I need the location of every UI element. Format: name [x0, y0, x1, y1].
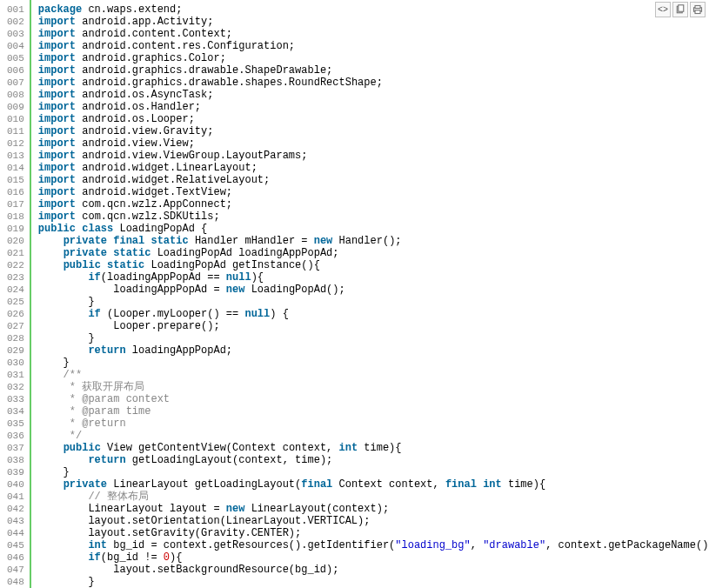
code-line: return loadingAppPopAd; — [38, 344, 709, 357]
line-number: 025 — [7, 296, 24, 308]
line-number-gutter: 0010020030040050060070080090100110120130… — [0, 0, 31, 588]
code-icon: <> — [658, 5, 668, 15]
line-number: 005 — [7, 52, 24, 64]
code-line: if(loadingAppPopAd == null){ — [38, 271, 709, 284]
line-number: 037 — [7, 442, 24, 454]
line-number: 038 — [7, 454, 24, 466]
code-line: } — [38, 576, 709, 588]
line-number: 045 — [7, 539, 24, 551]
code-line: } — [38, 357, 709, 369]
code-line: layout.setGravity(Gravity.CENTER); — [38, 527, 709, 539]
code-line: if(bg_id != 0){ — [38, 551, 709, 564]
code-line: import android.view.View; — [38, 137, 709, 150]
code-line: * @param context — [38, 393, 709, 405]
line-number: 007 — [7, 77, 24, 89]
line-number: 011 — [7, 125, 24, 137]
code-line: import android.widget.TextView; — [38, 186, 709, 198]
code-line: private final static Handler mHandler = … — [38, 235, 709, 247]
code-block: 0010020030040050060070080090100110120130… — [0, 0, 709, 588]
code-line: import android.graphics.drawable.ShapeDr… — [38, 64, 709, 77]
line-number: 016 — [7, 186, 24, 198]
code-line: import android.content.Context; — [38, 28, 709, 40]
line-number: 019 — [7, 223, 24, 235]
code-line: */ — [38, 430, 709, 442]
line-number: 040 — [7, 478, 24, 491]
code-line: import android.os.Looper; — [38, 113, 709, 125]
line-number: 041 — [7, 491, 24, 503]
line-number: 015 — [7, 174, 24, 186]
code-body[interactable]: package cn.waps.extend;import android.ap… — [31, 0, 709, 588]
code-line: import android.app.Activity; — [38, 16, 709, 28]
line-number: 028 — [7, 332, 24, 344]
line-number: 036 — [7, 430, 24, 442]
line-number: 029 — [7, 344, 24, 357]
line-number: 021 — [7, 247, 24, 259]
code-line: } — [38, 296, 709, 308]
line-number: 001 — [7, 3, 24, 16]
line-number: 030 — [7, 357, 24, 369]
code-line: import com.qcn.wzlz.SDKUtils; — [38, 210, 709, 223]
line-number: 018 — [7, 210, 24, 223]
code-line: import android.graphics.drawable.shapes.… — [38, 77, 709, 89]
copy-button[interactable] — [672, 2, 688, 17]
code-line: public View getContentView(Context conte… — [38, 442, 709, 454]
code-line: } — [38, 466, 709, 478]
code-line: import android.view.Gravity; — [38, 125, 709, 137]
code-line: import android.os.Handler; — [38, 101, 709, 113]
code-line: LinearLayout layout = new LinearLayout(c… — [38, 503, 709, 515]
line-number: 043 — [7, 515, 24, 527]
view-source-button[interactable]: <> — [655, 2, 671, 17]
line-number: 048 — [7, 576, 24, 588]
code-line: } — [38, 332, 709, 344]
svg-rect-1 — [679, 5, 684, 12]
line-number: 017 — [7, 198, 24, 210]
code-line: public class LoadingPopAd { — [38, 223, 709, 235]
code-line: private LinearLayout getLoadingLayout(fi… — [38, 478, 709, 491]
print-icon — [692, 4, 703, 15]
line-number: 010 — [7, 113, 24, 125]
line-number: 033 — [7, 393, 24, 405]
code-line: import com.qcn.wzlz.AppConnect; — [38, 198, 709, 210]
line-number: 031 — [7, 369, 24, 381]
code-line: import android.os.AsyncTask; — [38, 89, 709, 101]
code-toolbar: <> — [655, 2, 706, 17]
code-line: package cn.waps.extend; — [38, 3, 709, 16]
code-line: import android.graphics.Color; — [38, 52, 709, 64]
line-number: 009 — [7, 101, 24, 113]
line-number: 002 — [7, 16, 24, 28]
line-number: 032 — [7, 381, 24, 393]
code-line: * @return — [38, 418, 709, 430]
line-number: 012 — [7, 137, 24, 150]
line-number: 044 — [7, 527, 24, 539]
code-line: /** — [38, 369, 709, 381]
line-number: 004 — [7, 40, 24, 52]
code-line: import android.content.res.Configuration… — [38, 40, 709, 52]
code-line: * 获取开屏布局 — [38, 381, 709, 393]
line-number: 034 — [7, 405, 24, 418]
code-line: import android.widget.LinearLayout; — [38, 162, 709, 174]
code-line: if (Looper.myLooper() == null) { — [38, 308, 709, 320]
code-line: private static LoadingPopAd loadingAppPo… — [38, 247, 709, 259]
code-line: import android.view.ViewGroup.LayoutPara… — [38, 150, 709, 162]
line-number: 047 — [7, 564, 24, 576]
code-line: layout.setOrientation(LinearLayout.VERTI… — [38, 515, 709, 527]
print-button[interactable] — [690, 2, 706, 17]
line-number: 023 — [7, 271, 24, 284]
line-number: 046 — [7, 551, 24, 564]
code-line: Looper.prepare(); — [38, 320, 709, 332]
line-number: 013 — [7, 150, 24, 162]
line-number: 042 — [7, 503, 24, 515]
svg-rect-4 — [695, 10, 700, 14]
code-line: int bg_id = context.getResources().getId… — [38, 539, 709, 551]
code-line: layout.setBackgroundResource(bg_id); — [38, 564, 709, 576]
code-line: * @param time — [38, 405, 709, 418]
line-number: 008 — [7, 89, 24, 101]
code-line: import android.widget.RelativeLayout; — [38, 174, 709, 186]
line-number: 035 — [7, 418, 24, 430]
line-number: 027 — [7, 320, 24, 332]
code-line: return getLoadingLayout(context, time); — [38, 454, 709, 466]
line-number: 003 — [7, 28, 24, 40]
copy-icon — [675, 4, 686, 15]
svg-rect-3 — [695, 6, 700, 9]
code-line: // 整体布局 — [38, 491, 709, 503]
